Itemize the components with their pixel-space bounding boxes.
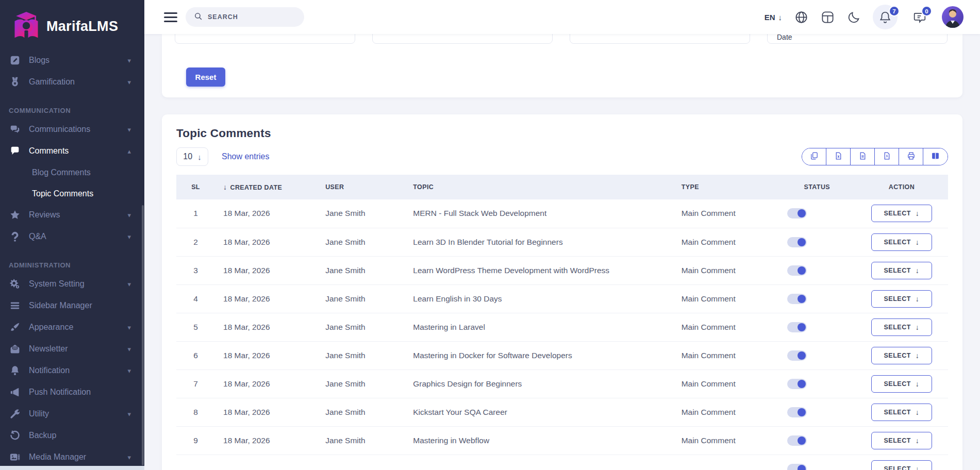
select-action-button[interactable]: SELECT↓ (871, 318, 932, 336)
globe-icon[interactable] (794, 10, 808, 24)
table-body: 118 Mar, 2026Jane SmithMERN - Full Stack… (176, 199, 948, 470)
sidebar-item-push-notification[interactable]: Push Notification (0, 381, 144, 403)
export-pdf-button[interactable] (875, 148, 899, 165)
user-avatar[interactable] (942, 6, 964, 28)
status-toggle[interactable] (787, 435, 807, 446)
table-header-row: SL↓CREATED DATEUSERTOPICTYPESTATUSACTION (176, 175, 948, 199)
select-button-label: SELECT (884, 437, 911, 444)
entries-per-page-select[interactable]: 10 ↓ (176, 147, 208, 166)
status-toggle[interactable] (787, 379, 807, 389)
brand-logo[interactable]: MarifaLMS (0, 0, 144, 49)
select-action-button[interactable]: SELECT↓ (871, 347, 932, 364)
language-selector[interactable]: EN ↓ (765, 13, 782, 22)
search-input[interactable] (208, 13, 285, 21)
sidebar-item-communications[interactable]: Communications▾ (0, 119, 144, 140)
column-header-sl[interactable]: SL (176, 175, 215, 199)
column-header-topic[interactable]: TOPIC (405, 175, 673, 199)
sidebar-item-system-setting[interactable]: System Setting▾ (0, 273, 144, 295)
select-action-button[interactable]: SELECT↓ (871, 205, 932, 222)
toggle-knob (798, 266, 806, 275)
sidebar-item-gamification[interactable]: Gamification▾ (0, 71, 144, 93)
cell-topic: Kickstart Your SQA Career (405, 398, 673, 426)
cell-user: Jane Smith (317, 398, 405, 426)
sidebar-bottom-strip (0, 466, 144, 470)
status-toggle[interactable] (787, 407, 807, 417)
cell-created-date: 18 Mar, 2026 (215, 398, 317, 426)
sidebar-item-q-a[interactable]: Q&A▾ (0, 226, 144, 247)
table-row: 618 Mar, 2026Jane SmithMastering in Dock… (176, 341, 948, 370)
status-toggle[interactable] (787, 350, 807, 361)
export-columns-button[interactable] (923, 148, 948, 165)
filter-field-3[interactable] (570, 34, 750, 44)
select-action-button[interactable]: SELECT↓ (871, 375, 932, 393)
copy-icon (810, 152, 819, 162)
chevron-down-icon: ↓ (916, 266, 920, 275)
filter-field-2[interactable] (372, 34, 553, 44)
sidebar-item-utility[interactable]: Utility▾ (0, 403, 144, 425)
sidebar-item-reviews[interactable]: Reviews▾ (0, 204, 144, 226)
table-row: 718 Mar, 2026Jane SmithGraphics Design f… (176, 370, 948, 398)
export-excel-button[interactable] (826, 148, 851, 165)
select-action-button[interactable]: SELECT↓ (871, 262, 932, 279)
column-header-user[interactable]: USER (317, 175, 405, 199)
cell-topic: Learn WordPress Theme Development with W… (405, 256, 673, 284)
sidebar-item-backup[interactable]: Backup (0, 425, 144, 446)
column-header-type[interactable]: TYPE (673, 175, 779, 199)
utility-icon (8, 408, 22, 420)
cell-sl: 2 (176, 228, 215, 256)
select-action-button[interactable]: SELECT↓ (871, 290, 932, 308)
sidebar-item-label: Push Notification (29, 388, 91, 397)
notifications-button[interactable]: 7 (873, 5, 898, 29)
dark-mode-moon-icon[interactable] (846, 10, 861, 24)
export-copy-button[interactable] (802, 148, 826, 165)
messages-button[interactable]: 0 (909, 5, 930, 29)
layout-icon[interactable] (820, 10, 835, 24)
content: Date Reset Topic Comments 10 ↓ Show entr… (144, 34, 980, 470)
status-toggle[interactable] (787, 265, 807, 276)
sidebar-item-blogs[interactable]: Blogs▾ (0, 49, 144, 71)
status-toggle[interactable] (787, 322, 807, 332)
reset-button[interactable]: Reset (186, 68, 225, 87)
export-csv-button[interactable] (851, 148, 875, 165)
select-action-button[interactable]: SELECT↓ (871, 233, 932, 251)
topbar-actions: EN ↓ 7 (765, 5, 964, 29)
print-icon (907, 152, 916, 162)
select-action-button[interactable]: SELECT↓ (871, 432, 932, 449)
select-action-button[interactable]: SELECT↓ (871, 460, 932, 470)
sidebar-item-newsletter[interactable]: Newsletter▾ (0, 338, 144, 360)
system-setting-icon (8, 278, 22, 290)
newsletter-icon (8, 343, 22, 355)
sidebar-item-appearance[interactable]: Appearance▾ (0, 316, 144, 338)
hamburger-menu-icon[interactable] (164, 10, 177, 25)
cell-action: SELECT↓ (855, 455, 948, 470)
cell-type: Main Comment (673, 228, 779, 256)
sidebar-item-media-manager[interactable]: Media Manager▾ (0, 446, 144, 468)
entries-value: 10 (183, 152, 192, 161)
status-toggle[interactable] (787, 208, 807, 219)
cell-created-date: 18 Mar, 2026 (215, 256, 317, 284)
column-header-status[interactable]: STATUS (779, 175, 855, 199)
gamification-icon (8, 76, 22, 88)
search-box[interactable] (186, 7, 304, 27)
select-action-button[interactable]: SELECT↓ (871, 404, 932, 421)
status-toggle[interactable] (787, 464, 807, 470)
status-toggle[interactable] (787, 237, 807, 247)
sidebar-scrollbar[interactable] (142, 205, 144, 465)
sidebar-item-topic-comments[interactable]: Topic Comments (0, 183, 144, 204)
media-manager-icon (8, 451, 22, 463)
sidebar-item-comments[interactable]: Comments▴ (0, 140, 144, 162)
cell-created-date: 18 Mar, 2026 (215, 426, 317, 455)
sidebar-item-blog-comments[interactable]: Blog Comments (0, 162, 144, 183)
status-toggle[interactable] (787, 294, 807, 304)
chevron-down-icon: ↓ (197, 153, 202, 161)
communications-icon (8, 123, 22, 136)
sidebar-item-sidebar-manager[interactable]: Sidebar Manager (0, 295, 144, 316)
column-header-created-date[interactable]: ↓CREATED DATE (215, 175, 317, 199)
filter-field-date[interactable]: Date (767, 34, 948, 44)
sidebar-item-notification[interactable]: Notification▾ (0, 360, 144, 381)
export-print-button[interactable] (899, 148, 923, 165)
filter-field-1[interactable] (175, 34, 355, 44)
cell-topic: Mastering in Webflow (405, 426, 673, 455)
column-header-action[interactable]: ACTION (855, 175, 948, 199)
sidebar-item-label: Utility (29, 409, 49, 418)
